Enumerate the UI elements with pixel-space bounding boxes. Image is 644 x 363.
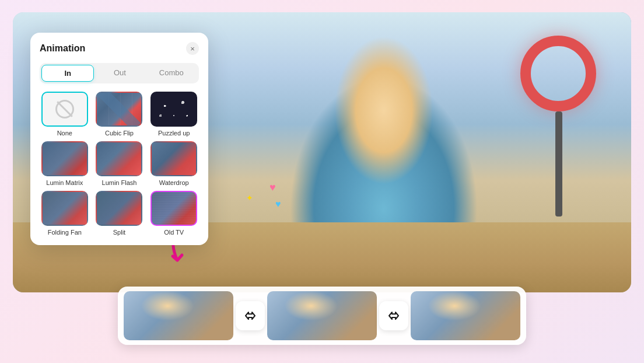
animation-thumb-split bbox=[96, 191, 142, 226]
animation-thumb-lumin-matrix bbox=[41, 141, 88, 176]
animation-item-split[interactable]: Split bbox=[94, 191, 145, 236]
blue-heart-decoration: ♥ bbox=[275, 199, 281, 210]
close-button[interactable]: × bbox=[186, 42, 199, 55]
transition-icon-1[interactable] bbox=[236, 301, 265, 330]
animation-label-cubic-flip: Cubic Flip bbox=[105, 130, 134, 137]
animation-thumb-waterdrop bbox=[150, 141, 197, 176]
animation-item-lumin-matrix[interactable]: Lumin Matrix bbox=[40, 141, 90, 186]
tab-combo[interactable]: Combo bbox=[146, 65, 197, 82]
animation-label-lumin-flash: Lumin Flash bbox=[102, 179, 137, 186]
animation-thumb-puzzled-up bbox=[150, 92, 197, 127]
animation-item-cubic-flip[interactable]: Cubic Flip bbox=[94, 92, 145, 137]
clip-person-3 bbox=[411, 291, 520, 340]
animation-item-puzzled-up[interactable]: Puzzled up bbox=[149, 92, 199, 137]
animation-label-old-tv: Old TV bbox=[164, 229, 184, 236]
animation-label-waterdrop: Waterdrop bbox=[159, 179, 189, 186]
tab-out[interactable]: Out bbox=[94, 65, 145, 82]
transition-symbol-1 bbox=[242, 308, 258, 324]
ring-light bbox=[520, 36, 596, 111]
animation-label-lumin-matrix: Lumin Matrix bbox=[46, 179, 83, 186]
timeline-strip bbox=[118, 287, 526, 345]
animation-label-puzzled-up: Puzzled up bbox=[158, 130, 190, 137]
transition-symbol-2 bbox=[386, 308, 402, 324]
animation-grid: None Cubic Flip Puzzled up Lumin Matrix … bbox=[40, 92, 199, 236]
animation-label-none: None bbox=[57, 130, 72, 137]
no-icon bbox=[55, 100, 74, 118]
tab-group: In Out Combo bbox=[40, 63, 199, 83]
animation-item-old-tv[interactable]: Old TV bbox=[149, 191, 199, 236]
animation-item-lumin-flash[interactable]: Lumin Flash bbox=[94, 141, 145, 186]
animation-panel: Animation × In Out Combo None Cubic Flip bbox=[30, 33, 208, 245]
animation-thumb-cubic-flip bbox=[96, 92, 142, 127]
clip-person-1 bbox=[124, 291, 233, 340]
timeline-clip-1[interactable] bbox=[124, 291, 233, 340]
animation-item-none[interactable]: None bbox=[40, 92, 90, 137]
animation-thumb-old-tv bbox=[150, 191, 197, 226]
heart-decoration: ♥ bbox=[270, 182, 276, 194]
transition-icon-2[interactable] bbox=[379, 301, 408, 330]
animation-thumb-lumin-flash bbox=[96, 141, 142, 176]
main-container: ♥ ✦ ♥ Animation × In Out Combo None bbox=[13, 12, 631, 351]
timeline-clip-2[interactable] bbox=[267, 291, 377, 340]
animation-item-waterdrop[interactable]: Waterdrop bbox=[149, 141, 199, 186]
animation-thumb-folding-fan bbox=[41, 191, 88, 226]
animation-label-folding-fan: Folding Fan bbox=[48, 229, 82, 236]
clip-person-2 bbox=[267, 291, 377, 340]
timeline-clip-3[interactable] bbox=[411, 291, 520, 340]
tab-in[interactable]: In bbox=[41, 65, 94, 82]
panel-title: Animation bbox=[40, 43, 85, 54]
panel-header: Animation × bbox=[40, 42, 199, 55]
animation-label-split: Split bbox=[113, 229, 125, 236]
animation-thumb-none bbox=[41, 92, 88, 127]
star-decoration: ✦ bbox=[246, 193, 253, 203]
ring-light-stand bbox=[555, 111, 562, 217]
animation-item-folding-fan[interactable]: Folding Fan bbox=[40, 191, 90, 236]
